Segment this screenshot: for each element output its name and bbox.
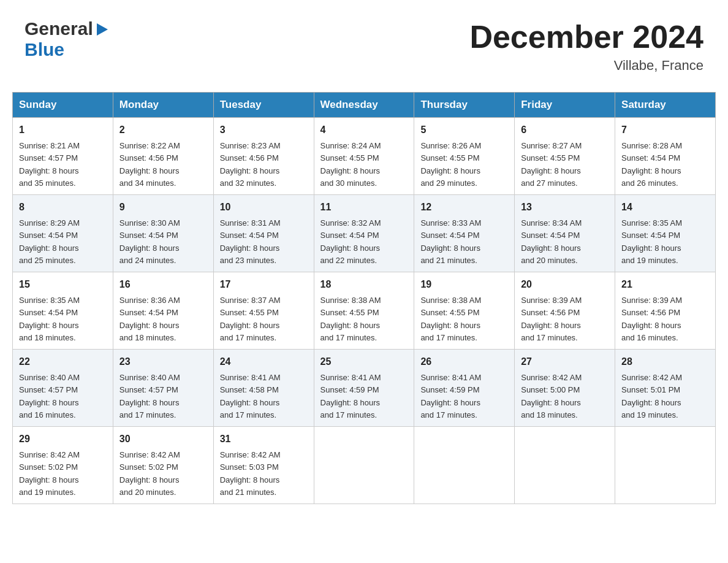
daylight-info: Daylight: 8 hours (220, 166, 280, 175)
daylight-info: Daylight: 8 hours (119, 475, 180, 484)
daylight-info: Daylight: 8 hours (119, 166, 180, 175)
sunrise-info: Sunrise: 8:30 AM (119, 218, 180, 228)
sunrise-info: Sunrise: 8:38 AM (420, 296, 481, 305)
day-number: 27 (521, 354, 609, 369)
month-title: December 2024 (469, 18, 703, 55)
daylight-info: Daylight: 8 hours (521, 398, 581, 407)
day-number: 21 (621, 277, 709, 292)
daylight-info: Daylight: 8 hours (19, 321, 79, 330)
sunset-info: Sunset: 4:57 PM (119, 385, 178, 394)
daylight-info: Daylight: 8 hours (521, 321, 581, 330)
day-number: 5 (420, 123, 508, 137)
logo-arrow-icon (94, 21, 112, 38)
table-row: 23 Sunrise: 8:40 AM Sunset: 4:57 PM Dayl… (113, 350, 213, 427)
day-number: 3 (220, 123, 308, 137)
sunrise-info: Sunrise: 8:35 AM (19, 296, 80, 305)
calendar-week-row: 22 Sunrise: 8:40 AM Sunset: 4:57 PM Dayl… (13, 350, 716, 427)
sunset-info: Sunset: 4:55 PM (320, 308, 379, 317)
sunrise-info: Sunrise: 8:41 AM (420, 373, 481, 382)
table-row: 3 Sunrise: 8:23 AM Sunset: 4:56 PM Dayli… (213, 118, 314, 195)
daylight-info2: and 19 minutes. (621, 410, 678, 419)
table-row: 13 Sunrise: 8:34 AM Sunset: 4:54 PM Dayl… (515, 195, 615, 272)
daylight-info: Daylight: 8 hours (19, 166, 79, 175)
daylight-info2: and 27 minutes. (521, 178, 578, 188)
sunset-info: Sunset: 5:01 PM (621, 385, 680, 394)
sunrise-info: Sunrise: 8:26 AM (420, 141, 481, 150)
sunrise-info: Sunrise: 8:42 AM (220, 450, 281, 459)
day-number: 11 (320, 200, 408, 215)
table-row: 12 Sunrise: 8:33 AM Sunset: 4:54 PM Dayl… (414, 195, 515, 272)
calendar-week-row: 1 Sunrise: 8:21 AM Sunset: 4:57 PM Dayli… (13, 118, 716, 195)
daylight-info: Daylight: 8 hours (320, 243, 381, 253)
table-row: 20 Sunrise: 8:39 AM Sunset: 4:56 PM Dayl… (515, 272, 615, 350)
col-friday: Friday (515, 93, 615, 118)
table-row: 1 Sunrise: 8:21 AM Sunset: 4:57 PM Dayli… (13, 118, 113, 195)
daylight-info2: and 18 minutes. (19, 333, 76, 342)
daylight-info2: and 25 minutes. (19, 256, 76, 265)
day-number: 23 (119, 354, 207, 369)
calendar-header-row: Sunday Monday Tuesday Wednesday Thursday… (13, 93, 716, 118)
sunrise-info: Sunrise: 8:40 AM (19, 373, 80, 382)
sunrise-info: Sunrise: 8:36 AM (119, 296, 180, 305)
table-row: 17 Sunrise: 8:37 AM Sunset: 4:55 PM Dayl… (213, 272, 314, 350)
day-number: 13 (521, 200, 609, 215)
logo: General Blue (25, 18, 112, 60)
day-number: 14 (621, 200, 709, 215)
day-number: 12 (420, 200, 508, 215)
day-number: 10 (220, 200, 308, 215)
page-header: General Blue December 2024 Villabe, Fran… (12, 12, 716, 80)
sunrise-info: Sunrise: 8:39 AM (621, 296, 682, 305)
daylight-info2: and 17 minutes. (320, 333, 377, 342)
sunset-info: Sunset: 4:55 PM (420, 153, 479, 163)
day-number: 30 (119, 432, 207, 446)
col-saturday: Saturday (615, 93, 716, 118)
daylight-info2: and 17 minutes. (420, 410, 477, 419)
daylight-info: Daylight: 8 hours (220, 398, 280, 407)
daylight-info2: and 19 minutes. (621, 256, 678, 265)
daylight-info2: and 21 minutes. (420, 256, 477, 265)
table-row: 8 Sunrise: 8:29 AM Sunset: 4:54 PM Dayli… (13, 195, 113, 272)
daylight-info2: and 20 minutes. (521, 256, 578, 265)
daylight-info: Daylight: 8 hours (19, 398, 79, 407)
col-tuesday: Tuesday (213, 93, 314, 118)
daylight-info2: and 19 minutes. (19, 488, 76, 497)
daylight-info2: and 17 minutes. (220, 410, 277, 419)
daylight-info: Daylight: 8 hours (320, 321, 381, 330)
sunset-info: Sunset: 4:54 PM (320, 231, 379, 240)
daylight-info: Daylight: 8 hours (420, 166, 480, 175)
daylight-info2: and 17 minutes. (119, 410, 176, 419)
daylight-info: Daylight: 8 hours (220, 243, 280, 253)
sunset-info: Sunset: 5:02 PM (19, 462, 78, 472)
sunset-info: Sunset: 4:58 PM (220, 385, 279, 394)
daylight-info2: and 35 minutes. (19, 178, 76, 188)
sunset-info: Sunset: 4:55 PM (420, 308, 479, 317)
day-number: 7 (621, 123, 709, 137)
sunset-info: Sunset: 4:56 PM (621, 308, 680, 317)
table-row: 10 Sunrise: 8:31 AM Sunset: 4:54 PM Dayl… (213, 195, 314, 272)
table-row: 19 Sunrise: 8:38 AM Sunset: 4:55 PM Dayl… (414, 272, 515, 350)
col-sunday: Sunday (13, 93, 113, 118)
daylight-info2: and 16 minutes. (19, 410, 76, 419)
daylight-info: Daylight: 8 hours (19, 243, 79, 253)
day-number: 17 (220, 277, 308, 292)
table-row: 31 Sunrise: 8:42 AM Sunset: 5:03 PM Dayl… (213, 427, 314, 504)
day-number: 9 (119, 200, 207, 215)
daylight-info2: and 29 minutes. (420, 178, 477, 188)
table-row: 5 Sunrise: 8:26 AM Sunset: 4:55 PM Dayli… (414, 118, 515, 195)
table-row: 24 Sunrise: 8:41 AM Sunset: 4:58 PM Dayl… (213, 350, 314, 427)
sunrise-info: Sunrise: 8:39 AM (521, 296, 582, 305)
sunset-info: Sunset: 4:55 PM (220, 308, 279, 317)
daylight-info2: and 17 minutes. (320, 410, 377, 419)
sunrise-info: Sunrise: 8:27 AM (521, 141, 582, 150)
location: Villabe, France (469, 58, 703, 74)
daylight-info: Daylight: 8 hours (621, 243, 681, 253)
table-row: 21 Sunrise: 8:39 AM Sunset: 4:56 PM Dayl… (615, 272, 716, 350)
daylight-info: Daylight: 8 hours (220, 475, 280, 484)
sunrise-info: Sunrise: 8:42 AM (621, 373, 682, 382)
table-row (414, 427, 515, 504)
sunrise-info: Sunrise: 8:24 AM (320, 141, 381, 150)
day-number: 15 (19, 277, 107, 292)
table-row: 15 Sunrise: 8:35 AM Sunset: 4:54 PM Dayl… (13, 272, 113, 350)
sunset-info: Sunset: 5:03 PM (220, 462, 279, 472)
daylight-info2: and 16 minutes. (621, 333, 678, 342)
